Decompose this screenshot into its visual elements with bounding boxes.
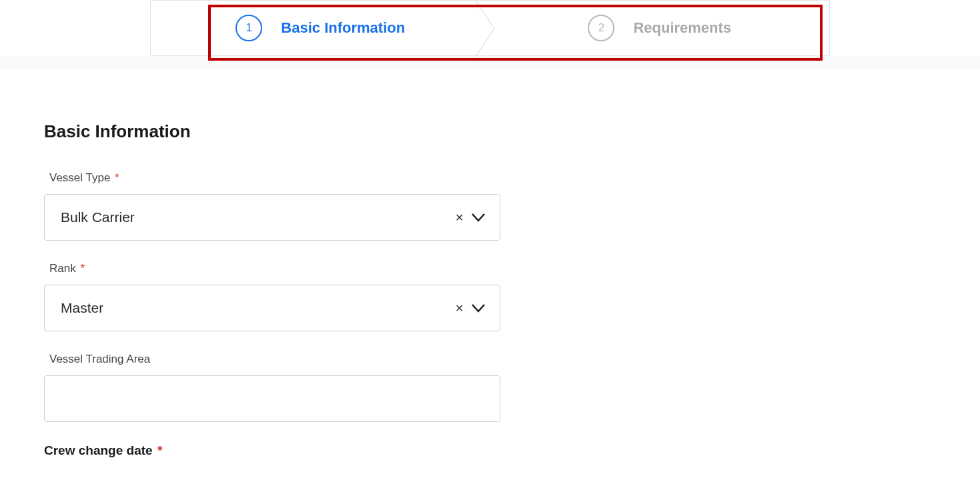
step-number: 2: [598, 21, 604, 35]
required-indicator: *: [80, 262, 85, 275]
rank-label: Rank *: [49, 262, 500, 275]
step-basic-information[interactable]: 1 Basic Information: [151, 1, 490, 55]
step-requirements[interactable]: 2 Requirements: [490, 1, 830, 55]
select-value: Master: [61, 300, 452, 316]
step-number-circle: 1: [235, 15, 262, 41]
section-title: Basic Information: [44, 121, 936, 142]
step-number-circle: 2: [588, 15, 614, 41]
crew-change-date-group: Crew change date *: [44, 443, 500, 458]
form-section: Basic Information Vessel Type * Bulk Car…: [11, 69, 969, 458]
stepper-container: 1 Basic Information 2 Requirements: [0, 0, 980, 56]
section-gap: [0, 56, 980, 69]
label-text: Crew change date: [44, 443, 153, 457]
required-indicator: *: [157, 443, 162, 457]
vessel-type-label: Vessel Type *: [49, 171, 500, 185]
vessel-type-group: Vessel Type * Bulk Carrier ✕: [44, 171, 500, 241]
select-controls: ✕: [452, 299, 486, 317]
stepper: 1 Basic Information 2 Requirements: [150, 0, 830, 56]
vessel-trading-area-group: Vessel Trading Area: [44, 353, 500, 422]
vessel-trading-area-label: Vessel Trading Area: [49, 353, 500, 366]
required-indicator: *: [115, 171, 119, 184]
select-controls: ✕: [452, 209, 486, 227]
step-arrow-icon: [476, 1, 505, 55]
vessel-type-select[interactable]: Bulk Carrier ✕: [44, 194, 500, 241]
clear-icon[interactable]: ✕: [452, 299, 466, 317]
chevron-down-icon[interactable]: [470, 300, 486, 316]
step-label: Requirements: [633, 19, 731, 37]
rank-group: Rank * Master ✕: [44, 262, 500, 331]
rank-select[interactable]: Master ✕: [44, 285, 500, 331]
select-value: Bulk Carrier: [61, 209, 452, 225]
step-label: Basic Information: [281, 19, 405, 37]
vessel-trading-area-input[interactable]: [44, 375, 500, 422]
crew-change-date-label: Crew change date *: [44, 443, 500, 458]
label-text: Vessel Type: [49, 171, 110, 184]
chevron-down-icon[interactable]: [470, 209, 486, 225]
step-number: 1: [246, 21, 252, 35]
label-text: Vessel Trading Area: [49, 353, 150, 365]
label-text: Rank: [49, 262, 76, 275]
clear-icon[interactable]: ✕: [452, 209, 466, 227]
